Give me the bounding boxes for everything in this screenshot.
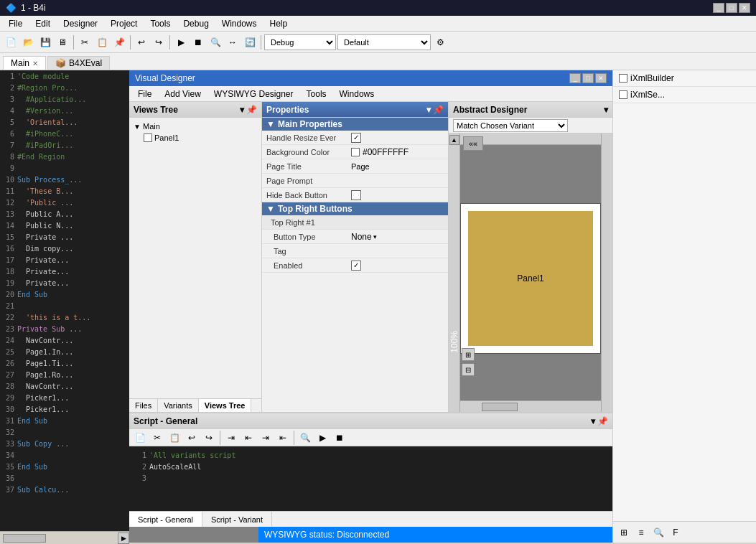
vd-maximize[interactable]: □: [582, 73, 594, 83]
menu-debug[interactable]: Debug: [177, 16, 214, 31]
tb-refresh[interactable]: 🔄: [242, 34, 258, 50]
tb-copy[interactable]: 📋: [94, 34, 110, 50]
back-button[interactable]: ««: [463, 136, 483, 151]
script-tb-search[interactable]: 🔍: [297, 430, 313, 446]
tb-ide[interactable]: 🖥: [55, 34, 70, 50]
script-tb-redo[interactable]: ↪: [201, 430, 217, 446]
bottom-scrollbar[interactable]: [460, 400, 601, 412]
tree-item-panel1[interactable]: Panel1: [132, 132, 258, 144]
vd-menu-tools[interactable]: Tools: [301, 88, 332, 100]
tb-paste[interactable]: 📌: [111, 34, 127, 50]
script-content[interactable]: 1 'All variants script 2 AutoScaleAll 3: [129, 446, 612, 511]
script-tb-cut[interactable]: ✂: [149, 430, 165, 446]
code-scroll-right[interactable]: ▶: [118, 533, 129, 544]
right-panel-bottom-toolbar: ⊞ ≡ 🔍 F: [613, 521, 756, 543]
bottom-tab-files[interactable]: Files: [129, 399, 158, 412]
vd-menu-windows[interactable]: Windows: [334, 88, 381, 100]
tb-save[interactable]: 💾: [37, 34, 53, 50]
menu-designer[interactable]: Designer: [57, 16, 103, 31]
prop-checkbox-resize[interactable]: ✓: [351, 133, 361, 143]
default-dropdown[interactable]: Default: [337, 34, 431, 50]
color-swatch-bg[interactable]: [351, 148, 360, 156]
views-tree-dropdown-icon[interactable]: ▾: [240, 105, 244, 115]
rp-btn-2[interactable]: ≡: [633, 525, 649, 540]
right-panel-item-2[interactable]: iXmlSe...: [613, 87, 756, 103]
tb-open[interactable]: 📂: [20, 34, 36, 50]
script-tb-indent[interactable]: ⇥: [223, 430, 239, 446]
script-dropdown-icon[interactable]: ▾: [591, 416, 595, 426]
vd-menu-wysiwyg[interactable]: WYSIWYG Designer: [208, 88, 299, 100]
bottom-tab-variants[interactable]: Variants: [158, 399, 199, 412]
menu-windows[interactable]: Windows: [216, 16, 263, 31]
bottom-tab-viewstree[interactable]: Views Tree: [199, 399, 252, 412]
tb-stop[interactable]: ⏹: [190, 34, 206, 50]
vd-minimize[interactable]: _: [569, 73, 581, 83]
menu-edit[interactable]: Edit: [29, 16, 56, 31]
menu-file[interactable]: File: [3, 16, 28, 31]
prop-checkbox-hideback[interactable]: [351, 190, 361, 200]
prop-dropdown-btntype[interactable]: None ▾: [351, 232, 377, 242]
right-scrollbar[interactable]: [601, 133, 612, 412]
zoom-out-button[interactable]: ⊟: [462, 363, 475, 376]
script-tb-indent2[interactable]: ⇥: [258, 430, 274, 446]
right-panel-item-1[interactable]: iXmlBuilder: [613, 70, 756, 87]
prop-section-main[interactable]: ▼ Main Properties: [262, 118, 448, 131]
rp-btn-1[interactable]: ⊞: [616, 525, 632, 540]
vd-close[interactable]: ✕: [595, 73, 607, 83]
script-tb-outdent2[interactable]: ⇤: [275, 430, 291, 446]
code-editor[interactable]: 1 'Code module 2 #Region Pro... 3 #Appli…: [0, 70, 129, 543]
code-scroll-thumb[interactable]: [3, 534, 46, 543]
script-pin-icon[interactable]: 📌: [597, 416, 608, 426]
script-tb-outdent[interactable]: ⇤: [241, 430, 256, 446]
script-tb-new[interactable]: 📄: [132, 430, 148, 446]
prop-checkbox-enabled[interactable]: ✓: [351, 261, 361, 271]
right-checkbox-1[interactable]: [619, 74, 627, 83]
right-checkbox-2[interactable]: [619, 90, 627, 99]
maximize-button[interactable]: □: [726, 3, 737, 13]
script-tb-copy[interactable]: 📋: [167, 430, 182, 446]
vd-menu-file[interactable]: File: [132, 88, 157, 100]
tb-redo[interactable]: ↪: [151, 34, 167, 50]
tb-new[interactable]: 📄: [3, 34, 19, 50]
panel1-box[interactable]: Panel1: [468, 211, 593, 346]
scroll-up[interactable]: ▲: [449, 135, 459, 145]
abstract-dropdown-arrow[interactable]: ▾: [604, 105, 608, 115]
prop-section-topright[interactable]: ▼ Top Right Buttons: [262, 202, 448, 215]
script-tb-undo[interactable]: ↩: [184, 430, 200, 446]
scroll-thumb[interactable]: [482, 403, 518, 411]
script-tb-run[interactable]: ▶: [314, 430, 330, 446]
tb-cut[interactable]: ✂: [77, 34, 93, 50]
minimize-button[interactable]: _: [713, 3, 724, 13]
views-tree-pin-icon[interactable]: 📌: [246, 105, 257, 115]
tab-b4xeval[interactable]: 📦 B4XEval: [47, 56, 110, 70]
script-line-3: 3: [132, 472, 610, 484]
rp-btn-3[interactable]: 🔍: [650, 525, 666, 540]
prop-pin-icon[interactable]: 📌: [433, 105, 444, 115]
tb-extra[interactable]: ⚙: [432, 34, 448, 50]
rp-btn-4[interactable]: F: [668, 525, 683, 540]
code-line-7: 7 #iPadOri...: [0, 139, 129, 151]
tree-expand-main[interactable]: ▼: [134, 123, 141, 131]
tb-run[interactable]: ▶: [173, 34, 189, 50]
menu-project[interactable]: Project: [105, 16, 143, 31]
prop-value-btntype: None ▾: [348, 230, 448, 243]
tab-main[interactable]: Main ✕: [3, 56, 46, 70]
tab-main-close[interactable]: ✕: [32, 60, 38, 67]
tree-item-main[interactable]: ▼ Main: [132, 121, 258, 132]
zoom-in-button[interactable]: ⊞: [462, 348, 475, 361]
left-scrollbar[interactable]: ▲: [449, 133, 460, 412]
variant-dropdown[interactable]: Match Chosen Variant: [453, 119, 568, 132]
debug-dropdown[interactable]: Debug: [264, 34, 336, 50]
vd-menu-addview[interactable]: Add View: [159, 88, 206, 100]
tb-undo[interactable]: ↩: [134, 34, 149, 50]
code-bottom-scrollbar[interactable]: ▶: [0, 531, 129, 544]
tb-debug1[interactable]: 🔍: [207, 34, 223, 50]
menu-help[interactable]: Help: [264, 16, 294, 31]
script-tab-variant[interactable]: Script - Variant: [202, 512, 272, 527]
close-button[interactable]: ✕: [739, 3, 750, 13]
tb-debug2[interactable]: ↔: [225, 34, 241, 50]
script-tb-stop[interactable]: ⏹: [332, 430, 347, 446]
menu-tools[interactable]: Tools: [144, 16, 176, 31]
script-tab-general[interactable]: Script - General: [129, 512, 202, 527]
prop-dropdown-icon[interactable]: ▾: [426, 105, 431, 115]
